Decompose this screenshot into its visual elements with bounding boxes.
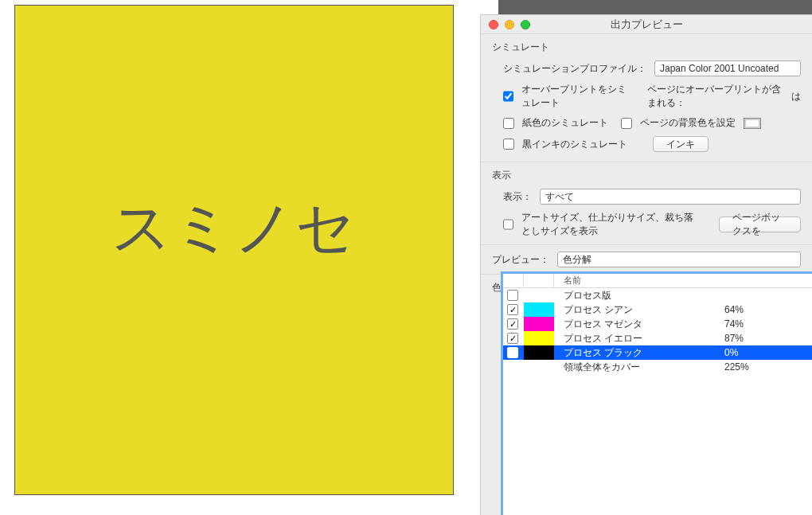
- black-ink-checkbox[interactable]: [503, 139, 514, 150]
- separation-row[interactable]: プロセス版: [503, 288, 812, 302]
- color-swatch: [524, 345, 554, 360]
- show-label: 表示：: [503, 190, 532, 204]
- paper-checkbox[interactable]: [503, 118, 514, 129]
- separation-row[interactable]: プロセス ブラック0%: [503, 345, 812, 360]
- separation-row[interactable]: 領域全体をカバー225%: [503, 360, 812, 374]
- preview-label: プレビュー：: [492, 253, 549, 267]
- separation-checkbox[interactable]: [507, 318, 518, 330]
- overprint-label: オーバープリントをシミュレート: [521, 83, 634, 110]
- app-toolbar-fragment: [498, 0, 812, 14]
- separation-checkbox[interactable]: [507, 347, 518, 358]
- separation-row[interactable]: プロセス マゼンタ74%: [503, 317, 812, 331]
- document-text: スミノセ: [15, 189, 453, 268]
- page-overprint-value: は: [791, 90, 801, 103]
- panel-titlebar: 出力プレビュー: [481, 15, 812, 34]
- sizes-label: アートサイズ、仕上がりサイズ、裁ち落としサイズを表示: [521, 211, 700, 238]
- separation-name: 領域全体をカバー: [554, 361, 724, 374]
- separation-percent: 87%: [724, 333, 812, 344]
- bg-color-well[interactable]: [744, 118, 761, 129]
- separation-percent: 225%: [724, 361, 812, 373]
- display-section: 表示 表示： すべて アートサイズ、仕上がりサイズ、裁ち落としサイズを表示 ペー…: [481, 162, 812, 245]
- separation-name: プロセス シアン: [554, 303, 724, 317]
- separation-percent: 0%: [724, 347, 812, 358]
- preview-row: プレビュー： 色分解: [481, 245, 812, 275]
- bg-label: ページの背景色を設定: [640, 116, 736, 130]
- preview-dropdown[interactable]: 色分解: [557, 252, 801, 267]
- page-box-button[interactable]: ページボックスを: [719, 217, 801, 232]
- separation-checkbox[interactable]: [507, 290, 518, 301]
- separation-name: プロセス ブラック: [554, 346, 724, 360]
- name-header: 名前: [554, 275, 581, 287]
- ink-button[interactable]: インキ: [653, 136, 709, 152]
- separation-row[interactable]: プロセス イエロー87%: [503, 331, 812, 345]
- color-swatch: [524, 302, 554, 317]
- separation-name: プロセス イエロー: [554, 332, 724, 345]
- separations-list[interactable]: 名前 プロセス版プロセス シアン64%プロセス マゼンタ74%プロセス イエロー…: [501, 271, 812, 515]
- simulate-section: シミュレート シミュレーションプロファイル： Japan Color 2001 …: [481, 34, 812, 162]
- profile-label: シミュレーションプロファイル：: [503, 62, 646, 76]
- display-title: 表示: [492, 169, 801, 182]
- show-dropdown[interactable]: すべて: [540, 189, 801, 205]
- profile-dropdown[interactable]: Japan Color 2001 Uncoated: [654, 60, 801, 76]
- separation-checkbox[interactable]: [507, 304, 518, 315]
- separation-percent: 74%: [724, 318, 812, 330]
- separation-name: プロセス版: [554, 289, 724, 302]
- color-swatch: [524, 317, 554, 331]
- output-preview-panel: 出力プレビュー シミュレート シミュレーションプロファイル： Japan Col…: [480, 14, 812, 515]
- separation-checkbox[interactable]: [507, 333, 518, 344]
- color-swatch: [524, 331, 554, 345]
- document-canvas: スミノセ: [14, 5, 454, 495]
- panel-title: 出力プレビュー: [481, 18, 812, 32]
- black-ink-label: 黒インキのシミュレート: [522, 138, 627, 151]
- separation-row[interactable]: プロセス シアン64%: [503, 302, 812, 317]
- paper-label: 紙色のシミュレート: [522, 116, 608, 130]
- separation-name: プロセス マゼンタ: [554, 318, 724, 331]
- bg-checkbox[interactable]: [621, 118, 632, 129]
- page-overprint-label: ページにオーバープリントが含まれる：: [647, 83, 783, 110]
- overprint-checkbox[interactable]: [503, 91, 513, 102]
- sizes-checkbox[interactable]: [503, 219, 513, 230]
- simulate-title: シミュレート: [492, 41, 801, 54]
- separations-header: 名前: [503, 274, 812, 288]
- separation-percent: 64%: [724, 304, 812, 315]
